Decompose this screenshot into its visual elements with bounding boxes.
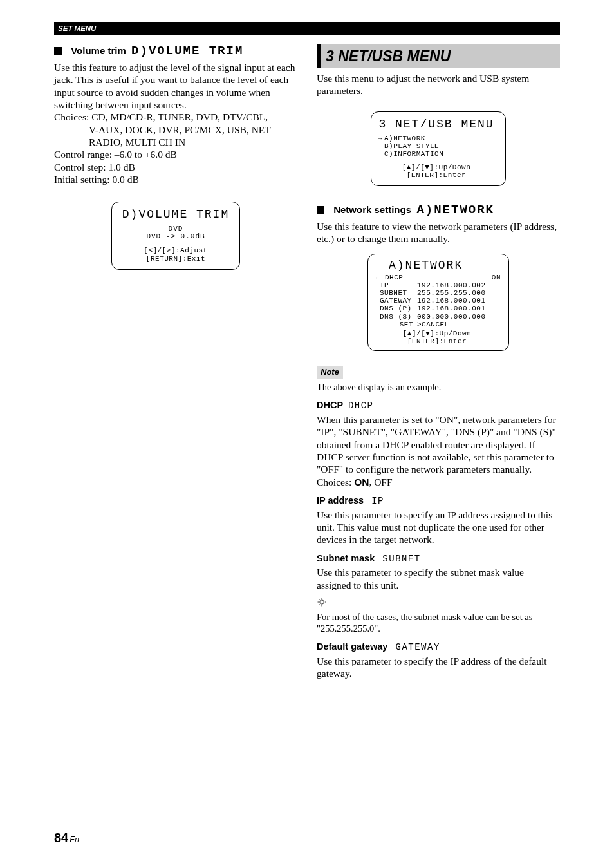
dhcp-choices-rest: , OFF xyxy=(369,476,392,487)
panel2-title: 3 NET/USB MENU xyxy=(378,118,495,131)
network-settings-lcd: A)NETWORK xyxy=(416,203,494,217)
network-settings-title: Network settings xyxy=(333,204,411,215)
control-step: Control step: 1.0 dB xyxy=(54,161,297,173)
panel1-title: D)VOLUME TRIM xyxy=(121,209,230,222)
panel3-hint2: [ENTER]:Enter xyxy=(373,337,501,345)
gateway-title: Default gateway xyxy=(317,641,387,652)
netusb-menu-panel: 3 NET/USB MENU → A)NETWORK B)PLAY STYLE … xyxy=(371,111,506,186)
gateway-heading: Default gateway GATEWAY xyxy=(317,641,560,654)
dhcp-key: DHCP xyxy=(385,274,422,281)
square-bullet-icon xyxy=(54,47,62,55)
subnet-heading: Subnet mask SUBNET xyxy=(317,552,560,565)
page-number-suffix: En xyxy=(70,835,79,844)
arrow-icon: → xyxy=(378,135,384,142)
panel1-line1: DVD xyxy=(121,225,230,232)
network-settings-intro: Use this feature to view the network par… xyxy=(317,220,560,245)
volume-trim-display-panel: D)VOLUME TRIM DVD DVD -> 0.0dB [<]/[>]:A… xyxy=(111,202,240,270)
subnet-lcd: SUBNET xyxy=(382,554,420,564)
panel3-title: A)NETWORK xyxy=(389,259,501,272)
volume-trim-heading: Volume trim D)VOLUME TRIM xyxy=(54,44,297,59)
ip-heading: IP address IP xyxy=(317,495,560,507)
choices-line: Choices: CD, MD/CD-R, TUNER, DVD, DTV/CB… xyxy=(54,111,297,123)
choices-label: Choices: xyxy=(54,111,89,122)
right-column: 3 NET/USB MENU Use this menu to adjust t… xyxy=(317,44,560,679)
svg-line-8 xyxy=(324,604,325,605)
dhcp-choices-label: Choices: xyxy=(317,476,354,487)
dhcp-body: When this parameter is set to "ON", netw… xyxy=(317,413,560,476)
choices-line2: V-AUX, DOCK, DVR, PC/MCX, USB, NET RADIO… xyxy=(54,124,297,149)
dhcp-choices-bold: ON xyxy=(354,476,369,487)
page-number: 84En xyxy=(54,830,79,846)
panel1-line2: DVD -> 0.0dB xyxy=(121,232,230,240)
dhcp-lcd: DHCP xyxy=(348,401,374,411)
initial-setting: Initial setting: 0.0 dB xyxy=(54,173,297,185)
netusb-intro: Use this menu to adjust the network and … xyxy=(317,72,560,97)
gateway-val: 192.168.000.001 xyxy=(417,297,486,305)
note-label: Note xyxy=(317,366,343,379)
ip-body: Use this parameter to specify an IP addr… xyxy=(317,509,560,546)
dnss-val: 000.000.000.000 xyxy=(417,313,486,321)
page-header-bar: SET MENU xyxy=(54,22,560,35)
set-val: >CANCEL xyxy=(417,321,449,328)
arrow-icon: → xyxy=(373,274,380,281)
page-number-value: 84 xyxy=(54,831,68,845)
dhcp-heading: DHCP DHCP xyxy=(317,399,560,412)
subnet-body: Use this parameter to specify the subnet… xyxy=(317,566,560,591)
subnet-val: 255.255.255.000 xyxy=(417,289,486,297)
dnsp-key: DNS (P) xyxy=(380,305,417,312)
panel2-item-c: C)INFORMATION xyxy=(384,150,443,158)
lightbulb-icon xyxy=(317,598,327,608)
panel2-hint1: [▲]/[▼]:Up/Down xyxy=(378,164,495,171)
subnet-title: Subnet mask xyxy=(317,553,375,563)
panel2-hint2: [ENTER]:Enter xyxy=(378,171,495,179)
panel1-hint2: [RETURN]:Exit xyxy=(121,255,230,263)
choices-line1: CD, MD/CD-R, TUNER, DVD, DTV/CBL, xyxy=(91,111,268,122)
set-key: SET xyxy=(380,321,417,328)
dhcp-val: ON xyxy=(422,274,501,281)
netusb-section-title: 3 NET/USB MENU xyxy=(326,48,451,64)
page-columns: Volume trim D)VOLUME TRIM Use this featu… xyxy=(54,44,560,679)
panel1-hint1: [<]/[>]:Adjust xyxy=(121,247,230,254)
volume-trim-title: Volume trim xyxy=(71,45,126,56)
tip-text: For most of the cases, the subnet mask v… xyxy=(317,611,560,634)
note-text: The above display is an example. xyxy=(317,381,560,393)
subnet-key: SUBNET xyxy=(380,289,417,297)
ip-key: IP xyxy=(380,281,417,289)
panel2-item-a: A)NETWORK xyxy=(384,135,443,142)
svg-line-5 xyxy=(319,599,319,599)
page-header-text: SET MENU xyxy=(58,24,96,32)
ip-title: IP address xyxy=(317,495,364,505)
panel3-hint1: [▲]/[▼]:Up/Down xyxy=(373,330,501,337)
panel2-item-b: B)PLAY STYLE xyxy=(384,142,443,150)
dnsp-val: 192.168.000.001 xyxy=(417,305,486,312)
control-range: Control range: –6.0 to +6.0 dB xyxy=(54,148,297,160)
netusb-section-header: 3 NET/USB MENU xyxy=(317,44,560,68)
volume-trim-intro: Use this feature to adjust the level of … xyxy=(54,61,297,111)
square-bullet-icon xyxy=(317,206,324,214)
ip-val: 192.168.000.002 xyxy=(417,281,486,289)
gateway-lcd: GATEWAY xyxy=(396,642,440,652)
gateway-key: GATEWAY xyxy=(380,297,417,305)
volume-trim-lcd: D)VOLUME TRIM xyxy=(131,44,243,58)
dhcp-choices: Choices: ON, OFF xyxy=(317,476,560,488)
svg-line-7 xyxy=(319,604,319,605)
ip-lcd: IP xyxy=(371,496,384,506)
gateway-body: Use this parameter to specify the IP add… xyxy=(317,655,560,680)
svg-point-0 xyxy=(320,600,324,604)
tip-icon xyxy=(317,598,560,610)
network-settings-heading: Network settings A)NETWORK xyxy=(317,203,560,218)
network-display-panel: A)NETWORK → DHCPON IP192.168.000.002 SUB… xyxy=(367,254,509,351)
note-block: Note The above display is an example. xyxy=(317,365,560,393)
dhcp-title: DHCP xyxy=(317,400,343,410)
svg-line-6 xyxy=(324,599,325,599)
left-column: Volume trim D)VOLUME TRIM Use this featu… xyxy=(54,44,297,679)
dnss-key: DNS (S) xyxy=(380,313,417,321)
